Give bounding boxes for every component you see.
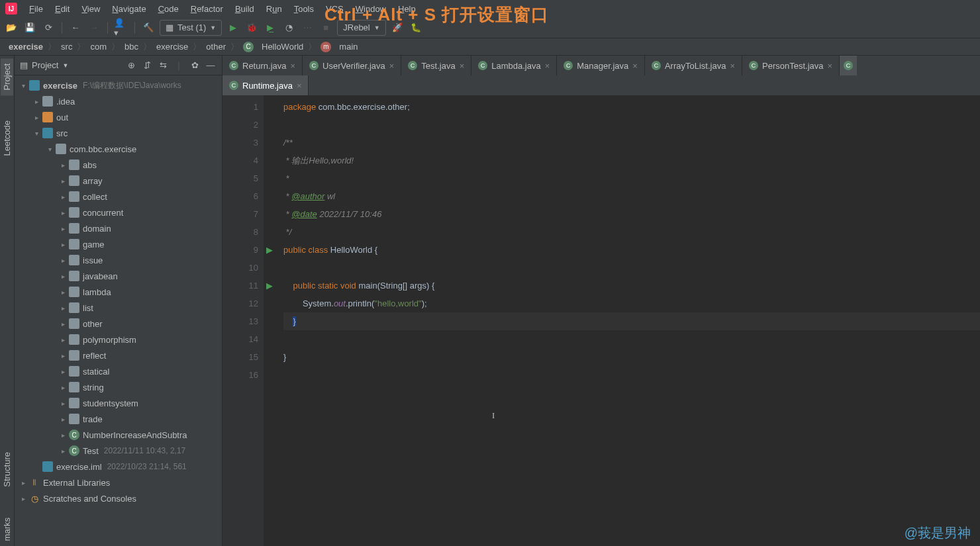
crumb-src[interactable]: src [59,42,74,52]
line-number[interactable]: 1 [222,98,258,116]
tree-row[interactable]: ▸other [15,316,222,332]
open-button[interactable]: 📂 [4,21,19,35]
line-number[interactable]: 13 [222,312,258,330]
menu-build[interactable]: Build [230,2,260,16]
line-number[interactable]: 15 [222,348,258,366]
line-number[interactable]: 4 [222,152,258,169]
tree-row[interactable]: ▸list [15,300,222,316]
tree-row[interactable]: ▸issue [15,252,222,268]
line-number[interactable]: 11 [222,277,258,295]
external-libraries[interactable]: ▸⫴ External Libraries [15,475,222,490]
settings-button[interactable]: ✿ [189,60,201,71]
hide-button[interactable]: — [205,60,217,71]
line-number[interactable]: 3 [222,134,258,152]
build-button[interactable]: 🔨 [141,21,156,35]
run-button[interactable]: ▶ [226,21,240,35]
tree-row[interactable]: ▸CTest2022/11/11 10:43, 2,17 [15,443,222,459]
close-icon[interactable]: × [730,61,735,71]
tree-row[interactable]: ▾src [15,125,222,141]
crumb-class[interactable]: HelloWorld [260,42,305,52]
crumb-exercise[interactable]: exercise [7,42,45,52]
select-opened-button[interactable]: ⊕ [125,60,137,71]
profile-button[interactable]: ◔ [281,21,296,35]
editor-tab[interactable]: CRuntime.java× [222,75,309,95]
line-number[interactable]: 14 [222,330,258,348]
close-icon[interactable]: × [460,61,465,71]
menu-file[interactable]: File [24,2,48,16]
line-number[interactable]: 5 [222,169,258,187]
project-tool-tab[interactable]: Project [1,58,13,95]
tree-row[interactable]: ▸array [15,173,222,189]
coverage-button[interactable]: ▶̲ [263,21,277,35]
menu-run[interactable]: Run [261,2,287,16]
crumb-method[interactable]: main [337,42,360,52]
structure-tool-tab[interactable]: Structure [1,447,13,492]
menu-refactor[interactable]: Refactor [185,2,228,16]
close-icon[interactable]: × [545,61,550,71]
scratches[interactable]: ▸◷ Scratches and Consoles [15,490,222,506]
save-button[interactable]: 💾 [23,21,37,35]
tree-row[interactable]: ▸studentsystem [15,395,222,411]
more-tabs-button[interactable]: C [840,56,857,75]
expand-all-button[interactable]: ⇵ [141,60,153,71]
tree-row[interactable]: ▸javabean [15,268,222,284]
tree-row[interactable]: ▸abs [15,157,222,173]
editor-tab[interactable]: CLambda.java× [471,56,557,75]
menu-edit[interactable]: Edit [50,2,75,16]
menu-tools[interactable]: Tools [289,2,319,16]
tree-row[interactable]: ▸collect [15,189,222,205]
tree-row[interactable]: ▸lambda [15,284,222,300]
crumb-bbc[interactable]: bbc [122,42,140,52]
close-icon[interactable]: × [828,61,833,71]
forward-button[interactable]: → [87,21,101,35]
bookmarks-tool-tab[interactable]: marks [1,512,13,546]
run-config-selector[interactable]: ▦ Test (1) ▼ [160,20,222,36]
line-number[interactable]: 9 [222,241,258,259]
close-icon[interactable]: × [632,61,638,71]
menu-code[interactable]: Code [153,2,184,16]
project-tree[interactable]: ▾ exercise F:\编程数据\IDE\Java\works ▸.idea… [15,75,222,546]
crumb-pkg[interactable]: exercise [154,42,190,52]
tree-row[interactable]: ▸CNumberIncreaseAndSubtra [15,427,222,443]
tree-row[interactable]: exercise.iml2022/10/23 21:14, 561 [15,459,222,475]
menu-navigate[interactable]: Navigate [107,2,151,16]
tree-row[interactable]: ▸.idea [15,93,222,109]
code-content[interactable]: package com.bbc.exercise.other; /** * 输出… [264,95,980,546]
editor-tab[interactable]: CPersonTest.java× [742,56,840,75]
tree-row[interactable]: ▸game [15,236,222,252]
editor-tab[interactable]: CUserVerifier.java× [303,56,401,75]
editor-tab[interactable]: CReturn.java× [222,56,303,75]
line-number[interactable]: 2 [222,116,258,134]
line-number[interactable]: 8 [222,223,258,241]
close-icon[interactable]: × [389,61,395,71]
back-button[interactable]: ← [68,21,83,35]
editor-tab[interactable]: CManager.java× [557,56,645,75]
close-icon[interactable]: × [297,81,302,91]
tree-row[interactable]: ▸domain [15,220,222,236]
leetcode-tool-tab[interactable]: Leetcode [1,115,13,161]
debug-button[interactable]: 🐞 [244,21,259,35]
tree-row[interactable]: ▾com.bbc.exercise [15,141,222,157]
tree-row[interactable]: ▸polymorphism [15,332,222,347]
code-area[interactable]: 12345678910111213141516 ▶ ▶ package com.… [222,95,980,546]
tree-row[interactable]: ▸concurrent [15,205,222,220]
sync-button[interactable]: ⟳ [41,21,56,35]
close-icon[interactable]: × [290,61,295,71]
tree-root[interactable]: ▾ exercise F:\编程数据\IDE\Java\works [15,77,222,93]
tree-row[interactable]: ▸out [15,109,222,125]
line-number[interactable]: 10 [222,259,258,277]
line-number[interactable]: 7 [222,205,258,223]
tree-row[interactable]: ▸trade [15,411,222,427]
line-number[interactable]: 12 [222,295,258,312]
line-number-gutter[interactable]: 12345678910111213141516 ▶ ▶ [222,95,264,546]
editor-tab[interactable]: CArrayToList.java× [645,56,742,75]
tree-row[interactable]: ▸reflect [15,347,222,363]
editor-tab[interactable]: CTest.java× [401,56,471,75]
line-number[interactable]: 16 [222,366,258,384]
menu-view[interactable]: View [76,2,105,16]
crumb-other[interactable]: other [204,42,228,52]
tree-row[interactable]: ▸string [15,379,222,395]
collapse-button[interactable]: ⇆ [157,60,169,71]
panel-title[interactable]: ▤ Project ▼ [20,60,68,70]
line-number[interactable]: 6 [222,187,258,205]
